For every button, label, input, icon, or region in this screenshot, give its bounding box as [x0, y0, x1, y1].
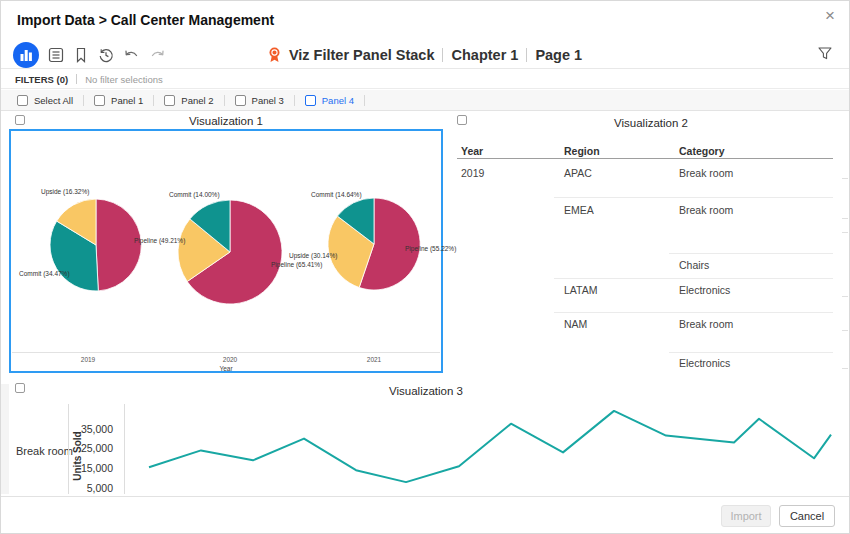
- table-cell[interactable]: Break room: [679, 318, 733, 330]
- title-separator: [442, 48, 443, 62]
- filters-separator: [76, 74, 77, 84]
- table-cell[interactable]: LATAM: [564, 284, 597, 296]
- dialog-header: Import Data > Call Center Management ×: [1, 1, 849, 41]
- table-row-separator: [554, 278, 833, 279]
- table-row-separator: [554, 197, 833, 198]
- line-chart-svg: [1, 401, 850, 494]
- table-cell[interactable]: NAM: [564, 318, 587, 330]
- table-cell[interactable]: EMEA: [564, 204, 594, 216]
- pie-slice-label: Upside (16.32%): [41, 188, 89, 195]
- table-cell[interactable]: APAC: [564, 167, 592, 179]
- table-right-tick: [842, 232, 848, 233]
- panel-separator: [294, 95, 295, 106]
- certified-ribbon-icon: [268, 47, 281, 63]
- checkbox-icon[interactable]: [164, 95, 175, 106]
- units-sold-line-series[interactable]: [149, 411, 831, 482]
- table-row-separator: [669, 253, 833, 254]
- viz3-y-tick-label: 15,000: [59, 462, 113, 474]
- panel-label: Select All: [34, 95, 73, 106]
- panel-separator: [153, 95, 154, 106]
- table-row-separator: [669, 352, 833, 353]
- pie-slice-label: Pipeline (65.41%): [271, 261, 322, 268]
- table-header-year: Year: [461, 145, 483, 157]
- table-header-region: Region: [564, 145, 600, 157]
- table-cell[interactable]: Electronics: [679, 357, 730, 369]
- table-right-tick: [842, 218, 848, 219]
- toolbar: Viz Filter Panel Stack Chapter 1 Page 1: [1, 41, 849, 69]
- pie-slice-label: Pipeline (49.21%): [134, 237, 185, 244]
- title-separator: [526, 48, 527, 62]
- filters-hint-text: No filter selections: [85, 74, 163, 85]
- checkbox-icon[interactable]: [17, 95, 28, 106]
- panel-checkbox-select-all[interactable]: Select All: [17, 95, 73, 106]
- close-icon[interactable]: ×: [825, 5, 835, 27]
- table-cell[interactable]: Electronics: [679, 284, 730, 296]
- checkbox-icon[interactable]: [235, 95, 246, 106]
- viz2-table-panel[interactable]: Visualization 2 YearRegionCategory2019AP…: [451, 111, 850, 376]
- dialog-title: Import Data > Call Center Management: [17, 12, 274, 28]
- table-right-tick: [842, 368, 848, 369]
- dialog-footer: Import Cancel: [1, 496, 849, 533]
- viz1-x-tick-label: 2020: [205, 356, 255, 363]
- panel-separator: [364, 95, 365, 106]
- filter-funnel-icon[interactable]: [817, 46, 833, 61]
- table-cell[interactable]: 2019: [461, 167, 484, 179]
- table-right-tick: [842, 296, 848, 297]
- page-crumb[interactable]: Page 1: [535, 47, 582, 63]
- viz1-pie-panel[interactable]: Year Upside (16.32%)Pipeline (49.21%)Com…: [9, 129, 443, 373]
- pie-slice-label: Commit (14.00%): [169, 191, 220, 198]
- filters-count-label: FILTERS (0): [15, 74, 68, 85]
- panel-separator: [224, 95, 225, 106]
- viz1-x-tick-label: 2019: [63, 356, 113, 363]
- viz3-y-tick-label: 35,000: [59, 423, 113, 435]
- table-right-tick: [842, 330, 848, 331]
- viz2-title: Visualization 2: [451, 117, 850, 129]
- panel-separator: [83, 95, 84, 106]
- viz1-x-axis-line: [12, 352, 440, 353]
- pie-slice-label: Pipeline (55.22%): [405, 245, 456, 252]
- viz3-title: Visualization 3: [1, 385, 850, 397]
- table-right-tick: [842, 178, 848, 179]
- panel-label: Panel 4: [322, 95, 354, 106]
- table-cell[interactable]: Break room: [679, 167, 733, 179]
- table-cell[interactable]: Break room: [679, 204, 733, 216]
- import-data-dialog: Import Data > Call Center Management ×: [0, 0, 850, 534]
- chapter-crumb[interactable]: Chapter 1: [451, 47, 518, 63]
- panel-label: Panel 3: [252, 95, 284, 106]
- viz1-title: Visualization 1: [9, 115, 443, 127]
- import-button[interactable]: Import: [721, 505, 771, 527]
- panel-checkbox-panel-1[interactable]: Panel 1: [94, 95, 143, 106]
- panel-label: Panel 1: [111, 95, 143, 106]
- panel-checkbox-panel-2[interactable]: Panel 2: [164, 95, 213, 106]
- checkbox-icon[interactable]: [305, 95, 316, 106]
- pie-slice-pipeline[interactable]: [96, 199, 141, 291]
- pie-slice-label: Commit (34.47%): [19, 270, 70, 277]
- table-row-separator: [554, 312, 833, 313]
- pie-charts-svg: [11, 131, 441, 371]
- panel-checkbox-panel-4[interactable]: Panel 4: [305, 95, 354, 106]
- panel-label: Panel 2: [181, 95, 213, 106]
- panel-selector-bar: Select AllPanel 1Panel 2Panel 3Panel 4: [1, 90, 849, 111]
- panel-checkbox-panel-3[interactable]: Panel 3: [235, 95, 284, 106]
- viz3-y-tick-label: 5,000: [59, 482, 113, 494]
- viz1-x-tick-label: 2021: [349, 356, 399, 363]
- table-header-rule: [457, 158, 833, 159]
- pie-slice-label: Commit (14.64%): [311, 191, 362, 198]
- viz1-x-axis-title: Year: [11, 365, 441, 372]
- table-cell[interactable]: Chairs: [679, 259, 709, 271]
- cancel-button[interactable]: Cancel: [779, 505, 835, 527]
- dossier-title[interactable]: Viz Filter Panel Stack: [289, 47, 435, 63]
- viz3-y-tick-label: 25,000: [59, 442, 113, 454]
- filters-bar: FILTERS (0) No filter selections: [1, 70, 849, 89]
- checkbox-icon[interactable]: [94, 95, 105, 106]
- viz3-line-panel[interactable]: Break room Units Sold 35,00025,00015,000…: [1, 401, 850, 494]
- table-header-category: Category: [679, 145, 725, 157]
- pie-slice-label: Upside (30.14%): [289, 252, 337, 259]
